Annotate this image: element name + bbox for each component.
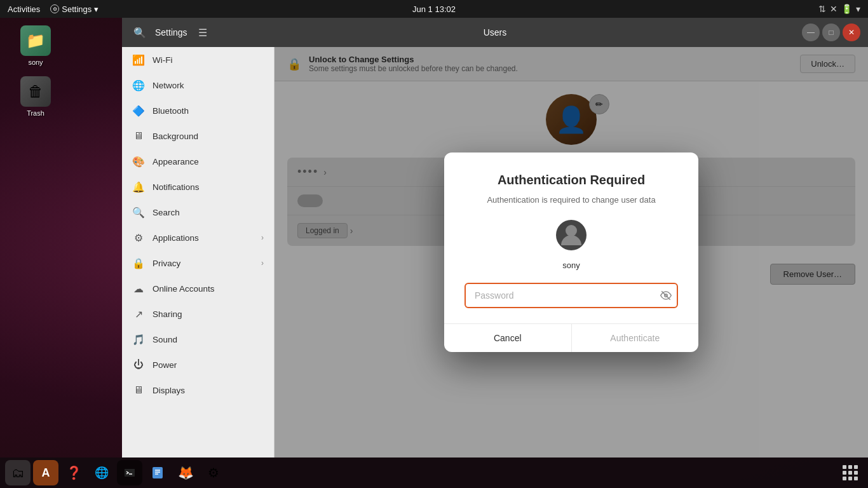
minimize-button[interactable]: —: [802, 24, 820, 41]
taskbar-appcenter-icon[interactable]: A: [33, 460, 58, 485]
sidebar-item-sharing-label: Sharing: [153, 309, 182, 319]
wifi-icon: 📶: [132, 53, 145, 66]
auth-dialog-subtitle: Authentication is required to change use…: [465, 195, 678, 205]
network-status-icon: ⇅: [818, 4, 826, 14]
sidebar-item-sound[interactable]: 🎵 Sound: [122, 327, 274, 352]
displays-icon: 🖥: [132, 384, 145, 396]
system-menu-icon[interactable]: ▾: [856, 4, 860, 14]
sidebar-item-power[interactable]: ⏻ Power: [122, 352, 274, 377]
trash-icon-img: 🗑: [20, 76, 51, 107]
privacy-arrow: ›: [261, 259, 264, 268]
sidebar-item-online-accounts-label: Online Accounts: [153, 284, 215, 294]
grid-icon: [843, 465, 858, 480]
svg-rect-2: [153, 467, 163, 478]
sidebar-item-bluetooth[interactable]: 🔷 Bluetooth: [122, 98, 274, 123]
sidebar-item-privacy-label: Privacy: [153, 259, 180, 268]
password-field-wrapper: [465, 283, 678, 308]
sidebar-item-search[interactable]: 🔍 Search: [122, 200, 274, 225]
close-button[interactable]: ✕: [843, 24, 860, 41]
desktop-icon-trash[interactable]: 🗑 Trash: [13, 76, 58, 117]
show-password-button[interactable]: [660, 290, 672, 301]
sidebar-item-background[interactable]: 🖥 Background: [122, 123, 274, 149]
auth-dialog-footer: Cancel Authenticate: [444, 323, 698, 352]
sony-icon-label: sony: [28, 58, 43, 66]
sidebar-item-privacy[interactable]: 🔒 Privacy ›: [122, 250, 274, 276]
taskbar-terminal-icon[interactable]: [117, 460, 142, 485]
applications-arrow: ›: [261, 233, 264, 242]
network-icon: 🌐: [132, 79, 145, 92]
desktop-icons-container: 📁 sony 🗑 Trash: [13, 25, 58, 117]
sidebar-item-appearance-label: Appearance: [153, 157, 199, 166]
taskbar-browser-icon[interactable]: 🌐: [89, 460, 114, 485]
auth-authenticate-button[interactable]: Authenticate: [572, 324, 699, 352]
taskbar-firefox-icon[interactable]: 🦊: [173, 460, 198, 485]
settings-menu-button[interactable]: ⚙ Settings ▾: [50, 4, 98, 14]
sidebar-item-displays-label: Displays: [153, 386, 185, 395]
settings-main-content: 🔒 Unlock to Change Settings Some setting…: [275, 47, 868, 458]
sony-icon-img: 📁: [20, 25, 51, 56]
sidebar-item-wifi[interactable]: 📶 Wi-Fi: [122, 47, 274, 72]
settings-title-label: Settings: [155, 27, 187, 37]
taskbar-settings-icon[interactable]: ⚙: [201, 460, 226, 485]
sidebar-item-displays[interactable]: 🖥 Displays: [122, 377, 274, 403]
auth-cancel-button[interactable]: Cancel: [444, 324, 572, 352]
auth-username-label: sony: [465, 261, 678, 270]
sidebar-item-applications[interactable]: ⚙ Applications ›: [122, 225, 274, 250]
online-accounts-icon: ☁: [132, 282, 145, 295]
password-input[interactable]: [465, 283, 678, 308]
sidebar-item-network-label: Network: [153, 81, 184, 90]
sound-icon: 🎵: [132, 333, 145, 346]
taskbar-help-icon[interactable]: ❓: [61, 460, 86, 485]
notifications-icon: 🔔: [132, 180, 145, 193]
settings-body: 📶 Wi-Fi 🌐 Network 🔷 Bluetooth 🖥 Backgrou…: [122, 47, 868, 458]
auth-dialog: Authentication Required Authentication i…: [444, 152, 698, 352]
auth-user-icon: [465, 220, 678, 255]
background-icon: 🖥: [132, 130, 145, 142]
taskbar-editor-icon[interactable]: [145, 460, 170, 485]
desktop-icon-sony[interactable]: 📁 sony: [13, 25, 58, 66]
settings-titlebar: 🔍 Settings ☰ Users — □ ✕: [122, 18, 868, 47]
trash-icon-label: Trash: [27, 109, 44, 117]
sidebar-item-applications-label: Applications: [153, 233, 199, 243]
sidebar-item-search-label: Search: [153, 208, 180, 217]
auth-dialog-title: Authentication Required: [465, 173, 678, 187]
sidebar-item-sharing[interactable]: ↗ Sharing: [122, 301, 274, 327]
sidebar-item-sound-label: Sound: [153, 335, 177, 344]
sharing-icon: ↗: [132, 308, 145, 320]
settings-menu-label: Settings: [62, 4, 92, 14]
maximize-button[interactable]: □: [822, 24, 840, 41]
sidebar-item-notifications[interactable]: 🔔 Notifications: [122, 174, 274, 200]
settings-page-title: Users: [484, 27, 507, 37]
bluetooth-status-icon: ✕: [830, 4, 837, 14]
settings-menu-hamburger[interactable]: ☰: [193, 22, 213, 43]
auth-user-avatar: [556, 220, 587, 250]
sidebar-item-appearance[interactable]: 🎨 Appearance: [122, 149, 274, 174]
bluetooth-icon: 🔷: [132, 104, 145, 117]
applications-icon: ⚙: [132, 231, 145, 244]
sidebar-item-online-accounts[interactable]: ☁ Online Accounts: [122, 276, 274, 301]
settings-window: 🔍 Settings ☰ Users — □ ✕ 📶 Wi-Fi 🌐 Netwo…: [122, 18, 868, 458]
sidebar-item-wifi-label: Wi-Fi: [153, 55, 172, 65]
settings-menu-arrow: ▾: [94, 4, 98, 14]
sidebar-item-background-label: Background: [153, 132, 198, 141]
privacy-icon: 🔒: [132, 257, 145, 269]
appearance-icon: 🎨: [132, 155, 145, 168]
settings-search-button[interactable]: 🔍: [130, 22, 150, 43]
auth-avatar-body: [561, 235, 581, 245]
topbar-datetime: Jun 1 13:02: [412, 4, 456, 14]
taskbar-right-area: [837, 460, 863, 485]
power-icon: ⏻: [132, 358, 145, 371]
sidebar-item-power-label: Power: [153, 360, 177, 370]
activities-button[interactable]: Activities: [8, 4, 40, 14]
sidebar-item-bluetooth-label: Bluetooth: [153, 106, 189, 116]
battery-icon: 🔋: [841, 4, 852, 14]
taskbar-files-icon[interactable]: 🗂: [5, 460, 31, 485]
settings-sidebar: 📶 Wi-Fi 🌐 Network 🔷 Bluetooth 🖥 Backgrou…: [122, 47, 275, 458]
sidebar-item-network[interactable]: 🌐 Network: [122, 72, 274, 98]
sidebar-item-notifications-label: Notifications: [153, 182, 200, 192]
topbar: Activities ⚙ Settings ▾ Jun 1 13:02 ⇅ ✕ …: [0, 0, 868, 18]
taskbar-icons: 🗂 A ❓ 🌐 🦊 ⚙: [5, 460, 226, 485]
taskbar-apps-grid-button[interactable]: [837, 460, 863, 485]
auth-dialog-body: Authentication Required Authentication i…: [444, 152, 698, 308]
taskbar: 🗂 A ❓ 🌐 🦊 ⚙: [0, 458, 868, 488]
